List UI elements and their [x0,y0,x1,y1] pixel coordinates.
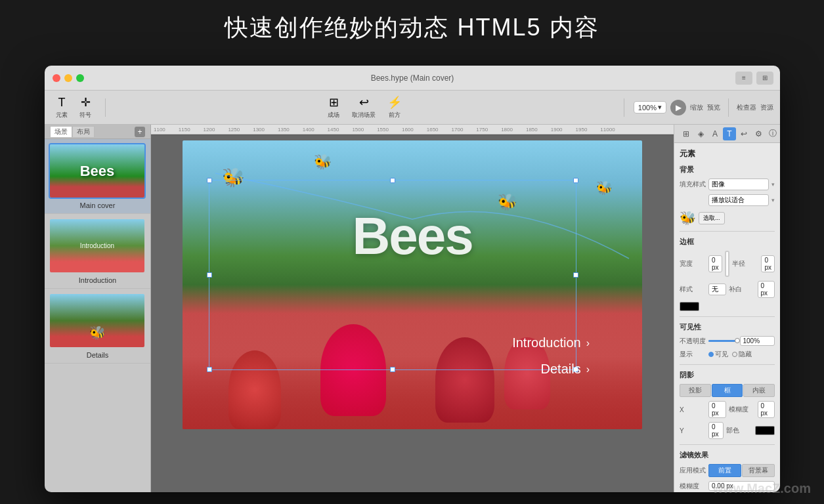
insp-tool-element[interactable]: T [723,127,736,140]
select-btn[interactable]: 选取... [699,212,725,224]
shadow-tab-high[interactable]: 框 [712,384,743,397]
bee-4: 🐝 [596,180,613,196]
filter-apply-row: 应用模式 前置 背景幕 [680,464,775,477]
padding-value: 0 px [758,281,775,298]
cancel-icon: ↩ [359,95,369,110]
scene-thumb-bees-img: Bees [50,144,144,198]
visible-radio[interactable]: 可见 [708,350,728,359]
scene-button[interactable]: ⊞ 成场 [323,93,344,121]
inspector-label: 检查器 [737,103,756,112]
text-tool-label: 元素 [56,111,68,119]
window-title: Bees.hype (Main cover) [371,74,454,83]
border-style-row: 样式 无 补白 0 px [680,281,775,298]
background-section-header: 背景 [680,165,775,175]
scene-thumb-details-img: 🐝 [50,294,144,347]
insp-tool-settings[interactable]: ⚙ [752,127,765,140]
flower-1 [228,350,281,429]
layout-toggle[interactable]: ⊞ [756,72,773,85]
shadow-tab-outer[interactable]: 投影 [680,384,711,397]
insp-tool-layers[interactable]: ◈ [694,127,707,140]
cancel-scene-button[interactable]: ↩ 取消场景 [348,93,379,121]
scene-item-introduction[interactable]: Introduction Introduction [45,214,150,289]
titlebar-right-buttons: ≡ ⊞ [735,72,773,85]
insp-tool-action[interactable]: ↩ [737,127,750,140]
canvas-area[interactable]: 1100115012001250130013501400145015001550… [151,125,674,492]
fill-style-row: 填充样式 图像 ▾ [680,178,775,190]
border-style-label: 样式 [680,285,706,294]
watermark: www.MacZ.com [713,481,811,496]
action-button[interactable]: ⚡ 前方 [383,93,406,121]
bee-2: 🐝 [314,154,332,171]
fill-style-select[interactable]: 图像 [708,178,769,190]
main-content: 场景 布局 + Bees Main cover Introduction [45,125,780,492]
fit-select[interactable]: 播放以适合 [708,194,769,206]
opacity-row: 不透明度 100% [680,336,775,346]
insp-tool-text[interactable]: A [708,127,722,140]
shadow-x-label: X [680,406,706,413]
details-link[interactable]: Details › [541,362,590,377]
divider-2 [680,316,775,317]
opacity-fill [708,340,737,342]
scene-item-main-cover[interactable]: Bees Main cover [45,139,150,214]
scene-thumb-main-cover: Bees [49,143,146,199]
hidden-radio-dot [732,352,737,357]
toolbar-separator-1 [105,98,106,117]
inspector-toggle[interactable]: ≡ [735,72,752,85]
filter-tab-front[interactable]: 前置 [708,464,741,477]
scenes-tabs: 场景 布局 [50,126,95,138]
toolbar-right: 100% ▾ ▶ 缩放 预览 检查器 资源 [634,98,773,117]
shadow-section-header: 阴影 [680,370,775,380]
border-color-swatch[interactable] [680,302,699,311]
zoom-dropdown-icon: ▾ [658,103,662,112]
scene-item-details[interactable]: 🐝 Details [45,289,150,364]
titlebar: Bees.hype (Main cover) ≡ ⊞ [45,66,780,91]
page-headline: 快速创作绝妙的动态 HTML5 内容 [0,0,824,52]
visibility-radio-group: 可见 隐藏 [708,350,752,359]
bee-1: 🐝 [222,167,245,188]
filter-tab-back[interactable]: 背景幕 [742,464,775,477]
border-preview [725,251,730,277]
opacity-label: 不透明度 [680,337,706,346]
hidden-radio[interactable]: 隐藏 [732,350,752,359]
add-scene-button[interactable]: + [135,127,145,137]
zoom-value: 100% [638,104,657,112]
close-button[interactable] [53,74,60,82]
toolbar-separator-3 [728,98,729,117]
display-row: 显示 可见 隐藏 [680,350,775,359]
shadow-color-swatch[interactable] [755,426,775,435]
insp-tool-grid[interactable]: ⊞ [680,127,693,140]
app-window: Bees.hype (Main cover) ≡ ⊞ T 元素 ✛ 符号 ⊞ 成… [45,66,780,492]
zoom-box[interactable]: 100% ▾ [634,101,666,114]
filter-apply-label: 应用模式 [680,466,706,475]
shadow-tab-inner[interactable]: 内嵌 [743,384,775,397]
insp-tool-info[interactable]: ⓘ [766,127,779,140]
maximize-button[interactable] [76,74,84,82]
action-label: 前方 [389,111,401,119]
element-tool-button[interactable]: ✛ 符号 [75,93,96,121]
filter-mode-tabs: 前置 背景幕 [708,464,775,477]
minimize-button[interactable] [64,74,72,82]
element-label: 符号 [79,111,91,119]
bee-3: 🐝 [498,193,517,211]
inspector-panel: ⊞ ◈ A T ↩ ⚙ ⓘ 元素 背景 填充样式 图像 ▾ [674,125,780,492]
canvas-stage: Bees 🐝 🐝 🐝 🐝 [151,135,674,492]
cancel-label: 取消场景 [352,111,376,119]
inspector-tools: ⊞ ◈ A T ↩ ⚙ ⓘ [680,127,779,140]
preview-round-button[interactable]: ▶ [670,100,686,116]
text-tool-button[interactable]: T 元素 [51,94,72,121]
scale-label: 缩放 [690,103,703,112]
border-style-select[interactable]: 无 [708,284,726,295]
shadow-y-value: 0 px [708,422,724,439]
scenes-tab-layout[interactable]: 布局 [72,126,95,138]
element-section-title: 元素 [680,148,775,159]
scenes-tab-scene[interactable]: 场景 [50,126,72,138]
border-color-row [680,302,775,311]
opacity-slider[interactable] [708,340,737,342]
flower-2 [320,324,386,416]
fit-row: 播放以适合 ▾ [680,194,775,206]
shadow-blur-label: 模糊度 [729,405,755,414]
introduction-link[interactable]: Introduction › [512,335,590,350]
shadow-x-value: 0 px [708,401,726,418]
toolbar-tools: T 元素 ✛ 符号 [51,93,96,121]
shadow-x-row: X 0 px 模糊度 0 px [680,401,775,418]
